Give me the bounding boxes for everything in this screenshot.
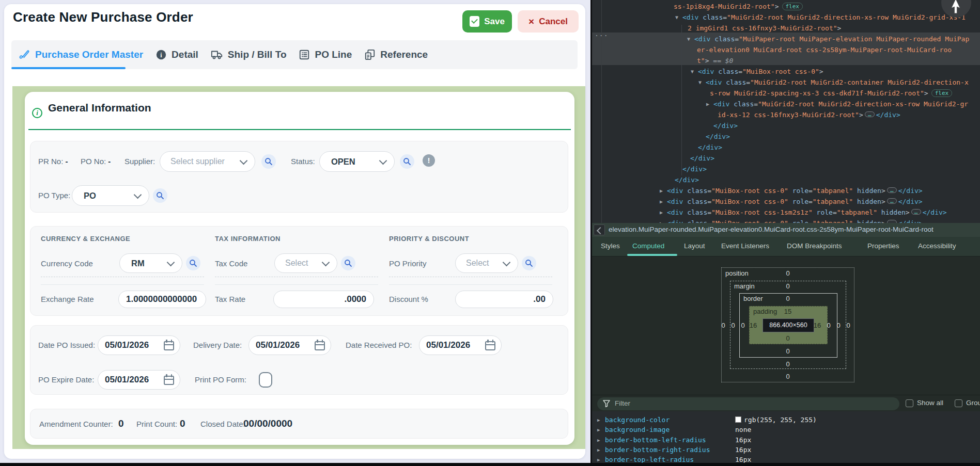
calendar-icon[interactable] — [315, 340, 325, 351]
dom-tree-row[interactable]: ▶<div class="MuiBox-root css-1sm2s1z" ro… — [667, 207, 947, 218]
dom-tree-row[interactable]: </div> — [713, 120, 738, 131]
pane-tab-properties[interactable]: Properties — [867, 242, 899, 250]
supplier-search-button[interactable] — [261, 154, 276, 169]
divider — [41, 277, 204, 277]
pane-tab-styles[interactable]: Styles — [601, 242, 620, 250]
list-icon — [299, 49, 310, 60]
show-all-checkbox[interactable] — [906, 399, 913, 407]
box-model-content[interactable]: 866.400×560 — [763, 318, 814, 332]
currency-code-select[interactable]: RM — [119, 253, 182, 273]
divider — [215, 284, 378, 285]
pane-tab-layout[interactable]: Layout — [684, 242, 705, 250]
purchase-order-app: Create New Purchase Order Save × Cancel … — [0, 0, 590, 466]
po-expire-date-input[interactable]: 05/01/2026 — [98, 370, 180, 390]
calendar-icon[interactable] — [164, 374, 174, 385]
divider — [41, 284, 204, 285]
priority-search-button[interactable] — [522, 256, 536, 270]
more-actions-icon[interactable]: ... — [595, 30, 608, 38]
print-po-form-label: Print PO Form: — [195, 370, 246, 390]
computed-property-row[interactable]: ▶background-imagenone — [592, 425, 980, 435]
counters-panel: Amendment Counter: 0 Print Count: 0 Clos… — [30, 409, 568, 439]
filter-bar: Filter Show all Group — [592, 395, 980, 411]
save-button[interactable]: Save — [462, 10, 512, 33]
status-search-button[interactable] — [400, 154, 414, 169]
po-header-panel: PR No: - PO No: - Supplier: Select suppl… — [30, 141, 568, 213]
group-checkbox[interactable] — [955, 399, 962, 407]
date-received-po-input[interactable]: 05/01/2026 — [419, 335, 502, 355]
filter-input[interactable]: Filter — [597, 397, 899, 410]
info-circle-icon: i — [32, 108, 42, 118]
closed-date-value: 00/00/0000 — [243, 418, 292, 429]
breadcrumb-back-button[interactable] — [594, 224, 605, 235]
dom-tree-row[interactable]: </div> — [675, 174, 699, 185]
close-icon: × — [528, 16, 534, 27]
border-bottom: 0 — [780, 347, 796, 355]
dom-tree-row[interactable]: </div> — [682, 164, 707, 174]
po-expire-date-label: PO Expire Date: — [38, 370, 94, 390]
currency-search-button[interactable] — [186, 256, 200, 270]
tab-reference[interactable]: Reference — [364, 49, 428, 60]
calendar-icon[interactable] — [485, 340, 495, 351]
amendment-counter-value: 0 — [118, 418, 124, 429]
tab-detail[interactable]: i Detail — [155, 49, 198, 60]
date-received-po-label: Date Received PO: — [346, 335, 412, 355]
supplier-select[interactable]: Select supplier — [160, 151, 255, 172]
dom-tree-row[interactable]: </div> — [698, 142, 722, 153]
tax-code-select[interactable]: Select — [274, 253, 337, 273]
divider — [389, 284, 552, 285]
pr-no-value: - — [66, 157, 68, 166]
tax-rate-input[interactable]: .0000 — [273, 291, 374, 308]
margin-label: margin — [734, 282, 755, 290]
dom-tree-row[interactable]: ▼<div class="MuiBox-root css-0"> — [698, 66, 823, 77]
computed-property-row[interactable]: ▶border-bottom-right-radius16px — [592, 445, 980, 455]
tab-purchase-order-master[interactable]: Purchase Order Master — [19, 49, 143, 60]
pane-tab-computed[interactable]: Computed — [632, 242, 664, 250]
cancel-button[interactable]: × Cancel — [518, 10, 579, 33]
dom-tree-row[interactable]: </div> — [706, 131, 730, 142]
discount-input[interactable]: .00 — [455, 291, 553, 308]
print-po-form-checkbox[interactable] — [259, 372, 272, 388]
dom-tree-row[interactable]: </div> — [690, 153, 714, 164]
dom-tree-row[interactable]: ▼<div class="MuiGrid2-root MuiGrid2-cont… — [706, 77, 969, 88]
status-alert-icon[interactable]: ! — [423, 154, 435, 167]
date-po-issued-input[interactable]: 05/01/2026 — [98, 335, 180, 355]
tab-po-line[interactable]: PO Line — [299, 49, 352, 60]
devtools-pane-tabs: StylesComputedLayoutEvent ListenersDOM B… — [592, 237, 980, 256]
chevron-down-icon — [240, 157, 247, 164]
chevron-down-icon — [380, 157, 386, 164]
dom-tree-row[interactable]: ▶<div class="MuiGrid2-root MuiGrid2-dire… — [713, 99, 968, 109]
pane-tab-accessibility[interactable]: Accessibility — [918, 242, 956, 250]
computed-property-row[interactable]: ▶border-bottom-left-radius16px — [592, 435, 980, 445]
dom-tree-row[interactable]: ▶<div class="MuiBox-root css-0" role="ta… — [667, 218, 923, 223]
dom-tree-row[interactable]: ▶<div class="MuiBox-root css-0" role="ta… — [667, 185, 923, 196]
dom-tree-row[interactable]: ▶<div class="MuiBox-root css-0" role="ta… — [667, 196, 923, 207]
filter-icon — [603, 400, 610, 407]
delivery-date-input[interactable]: 05/01/2026 — [248, 335, 331, 355]
dom-tree-row[interactable]: s-row MuiGrid2-spacing-xs-3 css-dkd71f-M… — [710, 88, 952, 99]
dom-tree-row[interactable]: er-elevation0 MuiCard-root css-2s58ym-Mu… — [697, 44, 952, 55]
status-select[interactable]: OPEN — [319, 151, 395, 172]
dom-tree-row[interactable]: ss-1pi8xg4-MuiGrid2-root">flex — [674, 1, 803, 12]
po-type-select[interactable]: PO — [72, 185, 149, 206]
po-type-label: PO Type: — [38, 185, 70, 206]
po-priority-select[interactable]: Select — [455, 253, 518, 273]
dom-tree-row[interactable]: ▼<div class="MuiGrid2-root MuiGrid2-dire… — [682, 12, 966, 23]
breadcrumb[interactable]: elevation.MuiPaper-rounded.MuiPaper-elev… — [609, 226, 934, 233]
po-type-search-button[interactable] — [153, 188, 167, 203]
computed-property-row[interactable]: ▶background-colorrgb(255, 255, 255) — [592, 415, 980, 425]
save-check-icon — [470, 16, 479, 27]
exchange-rate-input[interactable]: 1.0000000000000 — [118, 291, 206, 308]
dom-tree-row[interactable]: 2 imgGird1 css-16fnxy3-MuiGrid2-root"> — [688, 23, 841, 34]
calendar-icon[interactable] — [164, 340, 174, 351]
tab-ship-bill-to[interactable]: Ship / Bill To — [211, 49, 287, 60]
tax-search-button[interactable] — [341, 256, 355, 270]
dom-tree-row[interactable]: t"> == $0 — [697, 55, 733, 66]
position-top: 0 — [780, 269, 796, 277]
breadcrumb-bar: elevation.MuiPaper-rounded.MuiPaper-elev… — [592, 223, 980, 237]
pane-tab-event-listeners[interactable]: Event Listeners — [721, 242, 769, 250]
position-bottom: 0 — [780, 373, 796, 380]
dom-tree-row[interactable]: ▼<div class="MuiPaper-root MuiPaper-elev… — [694, 34, 969, 44]
dom-tree-row[interactable]: id-xs-12 css-16fnxy3-MuiGrid2-root">…</d… — [718, 109, 900, 120]
pane-tab-dom-breakpoints[interactable]: DOM Breakpoints — [787, 242, 842, 250]
border-label: border — [743, 295, 763, 302]
